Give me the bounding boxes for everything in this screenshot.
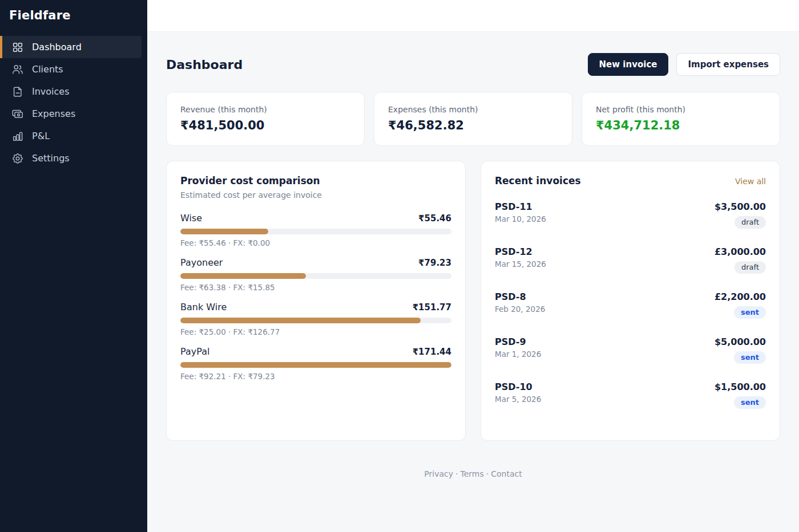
document-icon	[11, 86, 24, 98]
sidebar-item-label: P&L	[32, 131, 50, 141]
provider-panel-title: Provider cost comparison	[180, 175, 451, 186]
invoice-info: PSD-10Mar 5, 2026	[495, 381, 541, 404]
gear-icon	[11, 152, 24, 165]
footer-separator: ·	[484, 469, 491, 478]
provider-cost-value: ₹55.46	[418, 213, 451, 224]
invoice-amount: $3,500.00	[715, 201, 766, 212]
invoice-status-badge: sent	[734, 351, 766, 364]
provider-fee-note: Fee: ₹25.00 · FX: ₹126.77	[180, 327, 451, 336]
invoice-number: PSD-8	[495, 291, 545, 302]
invoice-info: PSD-8Feb 20, 2026	[495, 291, 545, 314]
sidebar-item-label: Settings	[32, 153, 70, 164]
invoice-row[interactable]: PSD-8Feb 20, 2026£2,200.00sent	[495, 291, 766, 319]
sidebar-item-clients[interactable]: Clients	[0, 58, 142, 80]
invoice-amount: £3,000.00	[715, 246, 766, 257]
invoice-info: PSD-11Mar 10, 2026	[495, 201, 546, 224]
sidebar-item-label: Clients	[32, 64, 63, 75]
app-window: Fieldfare DashboardClientsInvoicesExpens…	[0, 0, 799, 532]
provider-cost-value: ₹79.23	[418, 258, 451, 268]
invoice-number: PSD-11	[495, 201, 546, 212]
stat-label: Revenue (this month)	[180, 105, 350, 114]
provider-cost-bar-fill	[180, 229, 268, 234]
banknote-icon	[11, 108, 24, 120]
footer-link-terms[interactable]: Terms	[461, 469, 484, 478]
dashboard-grid-icon	[11, 41, 24, 54]
provider-fee-note: Fee: ₹63.38 · FX: ₹15.85	[180, 283, 451, 292]
sidebar-item-dashboard[interactable]: Dashboard	[0, 36, 142, 58]
invoice-row[interactable]: PSD-10Mar 5, 2026$1,500.00sent	[495, 381, 766, 409]
users-icon	[11, 63, 24, 76]
recent-invoices-panel: Recent invoices View all PSD-11Mar 10, 2…	[481, 161, 780, 441]
stat-card: Net profit (this month)₹434,712.18	[582, 92, 780, 146]
invoice-date: Mar 1, 2026	[495, 350, 541, 359]
invoice-row[interactable]: PSD-11Mar 10, 2026$3,500.00draft	[495, 201, 766, 229]
provider-cost-value: ₹171.44	[413, 347, 451, 357]
view-all-link[interactable]: View all	[735, 177, 766, 186]
invoice-amount-status: $3,500.00draft	[715, 201, 766, 229]
sidebar: Fieldfare DashboardClientsInvoicesExpens…	[0, 0, 147, 532]
stat-label: Net profit (this month)	[596, 105, 766, 114]
invoice-rows: PSD-11Mar 10, 2026$3,500.00draftPSD-12Ma…	[495, 201, 766, 409]
stat-card: Revenue (this month)₹481,500.00	[166, 92, 365, 146]
provider-cost-bar-fill	[180, 273, 306, 279]
provider-cost-bar-fill	[180, 318, 421, 323]
sidebar-item-invoices[interactable]: Invoices	[0, 80, 142, 103]
sidebar-item-settings[interactable]: Settings	[0, 147, 142, 169]
stats-row: Revenue (this month)₹481,500.00Expenses …	[166, 92, 780, 146]
recent-invoices-header: Recent invoices View all	[495, 175, 766, 186]
sidebar-item-p-l[interactable]: P&L	[0, 125, 142, 147]
provider-cost-bar-track	[180, 318, 451, 323]
import-expenses-button[interactable]: Import expenses	[676, 53, 780, 76]
provider-fee-note: Fee: ₹55.46 · FX: ₹0.00	[180, 238, 451, 247]
provider-fee-note: Fee: ₹92.21 · FX: ₹79.23	[180, 372, 451, 381]
page-title: Dashboard	[166, 58, 243, 72]
provider-cost-bar-track	[180, 273, 451, 279]
invoice-status-badge: sent	[734, 396, 766, 409]
provider-name: Bank Wire	[180, 302, 227, 312]
invoice-number: PSD-9	[495, 336, 541, 347]
main-area: Dashboard New invoice Import expenses Re…	[147, 0, 799, 532]
sidebar-item-expenses[interactable]: Expenses	[0, 103, 142, 125]
provider-panel-subtitle: Estimated cost per average invoice	[180, 190, 451, 200]
provider-rows: Wise₹55.46Fee: ₹55.46 · FX: ₹0.00Payonee…	[180, 213, 451, 381]
sidebar-item-label: Invoices	[32, 86, 70, 97]
topbar	[147, 0, 799, 32]
new-invoice-button[interactable]: New invoice	[588, 53, 669, 76]
invoice-status-badge: sent	[734, 306, 766, 319]
provider-cost-value: ₹151.77	[413, 302, 451, 312]
invoice-status-badge: draft	[735, 216, 766, 229]
panels-row: Provider cost comparison Estimated cost …	[166, 161, 780, 441]
provider-cost-bar-track	[180, 362, 451, 368]
invoice-info: PSD-9Mar 1, 2026	[495, 336, 541, 359]
provider-row: Payoneer₹79.23Fee: ₹63.38 · FX: ₹15.85	[180, 257, 451, 292]
invoice-row[interactable]: PSD-12Mar 15, 2026£3,000.00draft	[495, 246, 766, 274]
invoice-amount-status: £3,000.00draft	[715, 246, 766, 274]
invoice-number: PSD-10	[495, 381, 541, 392]
provider-row: Bank Wire₹151.77Fee: ₹25.00 · FX: ₹126.7…	[180, 302, 451, 336]
provider-name: PayPal	[180, 346, 209, 357]
stat-value: ₹481,500.00	[180, 119, 350, 132]
recent-invoices-title: Recent invoices	[495, 175, 581, 186]
stat-value: ₹46,582.82	[388, 119, 558, 132]
invoice-date: Mar 5, 2026	[495, 395, 541, 404]
provider-name: Payoneer	[180, 257, 223, 268]
invoice-date: Feb 20, 2026	[495, 304, 545, 314]
provider-cost-panel: Provider cost comparison Estimated cost …	[166, 161, 466, 441]
provider-row-head: Payoneer₹79.23	[180, 257, 451, 268]
invoice-row[interactable]: PSD-9Mar 1, 2026$5,000.00sent	[495, 336, 766, 364]
invoice-amount-status: $1,500.00sent	[715, 381, 766, 409]
invoice-date: Mar 15, 2026	[495, 259, 546, 269]
footer: Privacy·Terms·Contact	[166, 441, 780, 501]
invoice-date: Mar 10, 2026	[495, 214, 546, 224]
provider-cost-bar-fill	[180, 362, 451, 368]
stat-card: Expenses (this month)₹46,582.82	[374, 92, 572, 146]
invoice-number: PSD-12	[495, 246, 546, 257]
invoice-amount: £2,200.00	[715, 291, 766, 302]
footer-link-contact[interactable]: Contact	[491, 469, 522, 478]
invoice-amount: $1,500.00	[715, 381, 766, 392]
header-actions: New invoice Import expenses	[588, 53, 780, 76]
footer-separator: ·	[453, 469, 460, 478]
provider-name: Wise	[180, 213, 202, 224]
footer-link-privacy[interactable]: Privacy	[424, 469, 453, 478]
provider-cost-bar-track	[180, 229, 451, 234]
